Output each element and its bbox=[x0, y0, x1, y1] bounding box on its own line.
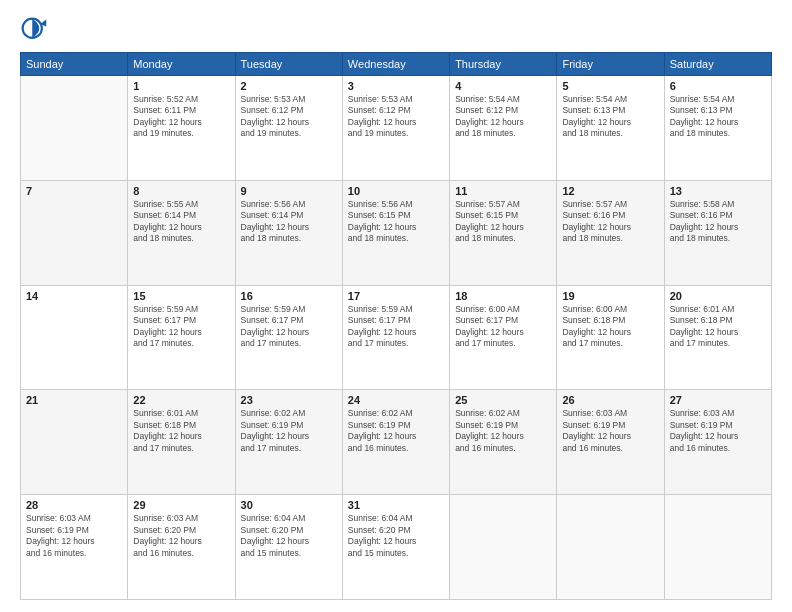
calendar-cell: 23Sunrise: 6:02 AM Sunset: 6:19 PM Dayli… bbox=[235, 390, 342, 495]
day-number: 1 bbox=[133, 80, 229, 92]
calendar-cell bbox=[450, 495, 557, 600]
day-number: 6 bbox=[670, 80, 766, 92]
day-info: Sunrise: 6:02 AM Sunset: 6:19 PM Dayligh… bbox=[455, 408, 551, 454]
day-number: 3 bbox=[348, 80, 444, 92]
calendar-cell: 28Sunrise: 6:03 AM Sunset: 6:19 PM Dayli… bbox=[21, 495, 128, 600]
day-info: Sunrise: 5:58 AM Sunset: 6:16 PM Dayligh… bbox=[670, 199, 766, 245]
calendar-cell: 2Sunrise: 5:53 AM Sunset: 6:12 PM Daylig… bbox=[235, 76, 342, 181]
logo-icon bbox=[20, 16, 48, 44]
day-info: Sunrise: 5:52 AM Sunset: 6:11 PM Dayligh… bbox=[133, 94, 229, 140]
calendar-day-header: Monday bbox=[128, 53, 235, 76]
calendar-cell: 14 bbox=[21, 285, 128, 390]
day-info: Sunrise: 6:04 AM Sunset: 6:20 PM Dayligh… bbox=[241, 513, 337, 559]
day-number: 10 bbox=[348, 185, 444, 197]
day-info: Sunrise: 6:04 AM Sunset: 6:20 PM Dayligh… bbox=[348, 513, 444, 559]
header bbox=[20, 16, 772, 44]
calendar-day-header: Friday bbox=[557, 53, 664, 76]
calendar-cell: 9Sunrise: 5:56 AM Sunset: 6:14 PM Daylig… bbox=[235, 180, 342, 285]
day-number: 8 bbox=[133, 185, 229, 197]
calendar-cell: 31Sunrise: 6:04 AM Sunset: 6:20 PM Dayli… bbox=[342, 495, 449, 600]
calendar-cell: 21 bbox=[21, 390, 128, 495]
day-info: Sunrise: 5:56 AM Sunset: 6:15 PM Dayligh… bbox=[348, 199, 444, 245]
calendar-day-header: Saturday bbox=[664, 53, 771, 76]
day-number: 25 bbox=[455, 394, 551, 406]
day-number: 15 bbox=[133, 290, 229, 302]
calendar-cell: 20Sunrise: 6:01 AM Sunset: 6:18 PM Dayli… bbox=[664, 285, 771, 390]
calendar-cell: 29Sunrise: 6:03 AM Sunset: 6:20 PM Dayli… bbox=[128, 495, 235, 600]
day-info: Sunrise: 5:57 AM Sunset: 6:16 PM Dayligh… bbox=[562, 199, 658, 245]
calendar-cell: 6Sunrise: 5:54 AM Sunset: 6:13 PM Daylig… bbox=[664, 76, 771, 181]
calendar-cell: 1Sunrise: 5:52 AM Sunset: 6:11 PM Daylig… bbox=[128, 76, 235, 181]
calendar-table: SundayMondayTuesdayWednesdayThursdayFrid… bbox=[20, 52, 772, 600]
day-number: 21 bbox=[26, 394, 122, 406]
day-number: 24 bbox=[348, 394, 444, 406]
day-info: Sunrise: 6:00 AM Sunset: 6:18 PM Dayligh… bbox=[562, 304, 658, 350]
day-number: 28 bbox=[26, 499, 122, 511]
day-info: Sunrise: 6:03 AM Sunset: 6:19 PM Dayligh… bbox=[26, 513, 122, 559]
day-number: 19 bbox=[562, 290, 658, 302]
day-info: Sunrise: 6:01 AM Sunset: 6:18 PM Dayligh… bbox=[133, 408, 229, 454]
calendar-cell: 19Sunrise: 6:00 AM Sunset: 6:18 PM Dayli… bbox=[557, 285, 664, 390]
day-info: Sunrise: 5:54 AM Sunset: 6:13 PM Dayligh… bbox=[670, 94, 766, 140]
calendar-cell: 18Sunrise: 6:00 AM Sunset: 6:17 PM Dayli… bbox=[450, 285, 557, 390]
day-info: Sunrise: 5:59 AM Sunset: 6:17 PM Dayligh… bbox=[348, 304, 444, 350]
day-info: Sunrise: 5:56 AM Sunset: 6:14 PM Dayligh… bbox=[241, 199, 337, 245]
day-info: Sunrise: 5:57 AM Sunset: 6:15 PM Dayligh… bbox=[455, 199, 551, 245]
day-number: 18 bbox=[455, 290, 551, 302]
calendar-day-header: Sunday bbox=[21, 53, 128, 76]
day-number: 13 bbox=[670, 185, 766, 197]
day-info: Sunrise: 5:55 AM Sunset: 6:14 PM Dayligh… bbox=[133, 199, 229, 245]
calendar-cell: 25Sunrise: 6:02 AM Sunset: 6:19 PM Dayli… bbox=[450, 390, 557, 495]
calendar-day-header: Thursday bbox=[450, 53, 557, 76]
calendar-cell bbox=[21, 76, 128, 181]
calendar-cell: 30Sunrise: 6:04 AM Sunset: 6:20 PM Dayli… bbox=[235, 495, 342, 600]
day-info: Sunrise: 5:53 AM Sunset: 6:12 PM Dayligh… bbox=[348, 94, 444, 140]
calendar-cell: 4Sunrise: 5:54 AM Sunset: 6:12 PM Daylig… bbox=[450, 76, 557, 181]
calendar-cell: 17Sunrise: 5:59 AM Sunset: 6:17 PM Dayli… bbox=[342, 285, 449, 390]
calendar-cell bbox=[664, 495, 771, 600]
day-number: 9 bbox=[241, 185, 337, 197]
day-number: 27 bbox=[670, 394, 766, 406]
day-number: 7 bbox=[26, 185, 122, 197]
calendar-cell: 11Sunrise: 5:57 AM Sunset: 6:15 PM Dayli… bbox=[450, 180, 557, 285]
day-info: Sunrise: 5:59 AM Sunset: 6:17 PM Dayligh… bbox=[241, 304, 337, 350]
day-number: 12 bbox=[562, 185, 658, 197]
calendar-week-row: 1415Sunrise: 5:59 AM Sunset: 6:17 PM Day… bbox=[21, 285, 772, 390]
calendar-cell: 8Sunrise: 5:55 AM Sunset: 6:14 PM Daylig… bbox=[128, 180, 235, 285]
day-info: Sunrise: 5:53 AM Sunset: 6:12 PM Dayligh… bbox=[241, 94, 337, 140]
calendar-header-row: SundayMondayTuesdayWednesdayThursdayFrid… bbox=[21, 53, 772, 76]
calendar-cell: 15Sunrise: 5:59 AM Sunset: 6:17 PM Dayli… bbox=[128, 285, 235, 390]
calendar-cell: 16Sunrise: 5:59 AM Sunset: 6:17 PM Dayli… bbox=[235, 285, 342, 390]
page: SundayMondayTuesdayWednesdayThursdayFrid… bbox=[0, 0, 792, 612]
calendar-cell: 27Sunrise: 6:03 AM Sunset: 6:19 PM Dayli… bbox=[664, 390, 771, 495]
calendar-cell: 13Sunrise: 5:58 AM Sunset: 6:16 PM Dayli… bbox=[664, 180, 771, 285]
calendar-week-row: 1Sunrise: 5:52 AM Sunset: 6:11 PM Daylig… bbox=[21, 76, 772, 181]
day-number: 23 bbox=[241, 394, 337, 406]
day-info: Sunrise: 6:03 AM Sunset: 6:19 PM Dayligh… bbox=[670, 408, 766, 454]
day-number: 4 bbox=[455, 80, 551, 92]
day-number: 22 bbox=[133, 394, 229, 406]
day-number: 31 bbox=[348, 499, 444, 511]
calendar-cell: 10Sunrise: 5:56 AM Sunset: 6:15 PM Dayli… bbox=[342, 180, 449, 285]
day-number: 26 bbox=[562, 394, 658, 406]
calendar-week-row: 2122Sunrise: 6:01 AM Sunset: 6:18 PM Day… bbox=[21, 390, 772, 495]
calendar-week-row: 28Sunrise: 6:03 AM Sunset: 6:19 PM Dayli… bbox=[21, 495, 772, 600]
day-info: Sunrise: 5:54 AM Sunset: 6:13 PM Dayligh… bbox=[562, 94, 658, 140]
day-number: 16 bbox=[241, 290, 337, 302]
calendar-cell bbox=[557, 495, 664, 600]
day-number: 30 bbox=[241, 499, 337, 511]
day-info: Sunrise: 6:03 AM Sunset: 6:19 PM Dayligh… bbox=[562, 408, 658, 454]
day-info: Sunrise: 6:03 AM Sunset: 6:20 PM Dayligh… bbox=[133, 513, 229, 559]
calendar-day-header: Tuesday bbox=[235, 53, 342, 76]
day-number: 20 bbox=[670, 290, 766, 302]
day-number: 29 bbox=[133, 499, 229, 511]
calendar-cell: 7 bbox=[21, 180, 128, 285]
day-number: 5 bbox=[562, 80, 658, 92]
calendar-day-header: Wednesday bbox=[342, 53, 449, 76]
day-number: 2 bbox=[241, 80, 337, 92]
day-info: Sunrise: 6:02 AM Sunset: 6:19 PM Dayligh… bbox=[348, 408, 444, 454]
day-info: Sunrise: 6:00 AM Sunset: 6:17 PM Dayligh… bbox=[455, 304, 551, 350]
calendar-cell: 12Sunrise: 5:57 AM Sunset: 6:16 PM Dayli… bbox=[557, 180, 664, 285]
calendar-cell: 24Sunrise: 6:02 AM Sunset: 6:19 PM Dayli… bbox=[342, 390, 449, 495]
day-number: 11 bbox=[455, 185, 551, 197]
